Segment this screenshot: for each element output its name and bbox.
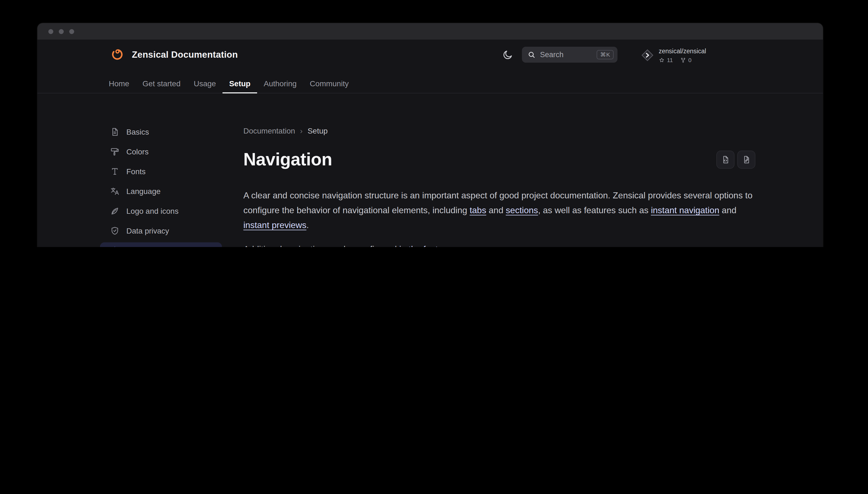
- edit-file-icon: [741, 155, 751, 164]
- star-icon: [659, 57, 665, 63]
- breadcrumb-item-setup[interactable]: Setup: [308, 125, 328, 136]
- translate-icon: [110, 186, 120, 196]
- sidebar-item-basics[interactable]: Basics: [100, 124, 222, 140]
- desktop-background: Zensical Documentation Search ⌘K zensica…: [0, 0, 868, 247]
- fork-icon: [680, 57, 686, 63]
- main-content: Documentation›Setup Navigation A clear a…: [243, 125, 755, 247]
- signpost-icon: [110, 246, 120, 247]
- inline-link-tabs[interactable]: tabs: [470, 206, 486, 215]
- sidebar: BasicsColorsFontsLanguageLogo and iconsD…: [100, 124, 222, 247]
- repo-name: zensical/zensical: [659, 47, 706, 56]
- sidebar-item-label: Fonts: [127, 167, 146, 176]
- text-segment: and: [719, 206, 736, 215]
- sidebar-item-language[interactable]: Language: [100, 183, 222, 200]
- window-control-minimize[interactable]: [59, 29, 64, 34]
- browser-window: Zensical Documentation Search ⌘K zensica…: [37, 23, 823, 247]
- repo-logo-icon: [640, 49, 654, 62]
- paint-roller-icon: [110, 147, 120, 157]
- sidebar-item-label: Basics: [127, 128, 149, 136]
- inline-link-instant-previews[interactable]: instant previews: [243, 220, 306, 230]
- document-icon: [110, 127, 120, 137]
- text-segment: .: [445, 245, 448, 247]
- window-titlebar[interactable]: [37, 23, 823, 40]
- search-icon: [527, 51, 536, 59]
- breadcrumb-separator: ›: [300, 125, 303, 136]
- sidebar-item-logo-and-icons[interactable]: Logo and icons: [100, 203, 222, 219]
- sidebar-item-label: Colors: [127, 147, 149, 156]
- sidebar-items: BasicsColorsFontsLanguageLogo and iconsD…: [100, 124, 222, 247]
- page-actions: [716, 151, 755, 169]
- sidebar-item-fonts[interactable]: Fonts: [100, 163, 222, 180]
- sidebar-item-label: Logo and icons: [127, 207, 178, 215]
- text-segment: and: [486, 206, 506, 215]
- sidebar-item-colors[interactable]: Colors: [100, 144, 222, 160]
- sidebar-item-data-privacy[interactable]: Data privacy: [100, 223, 222, 239]
- sidebar-item-label: Language: [127, 187, 161, 196]
- zensical-logo-icon: [109, 47, 123, 61]
- tab-home[interactable]: Home: [102, 75, 136, 93]
- text-segment: Additional navigation can be configured: [243, 245, 399, 247]
- repo-star-count: 11: [667, 57, 673, 63]
- sidebar-item-label: Data privacy: [127, 226, 169, 235]
- repo-link[interactable]: zensical/zensical 11 0: [640, 47, 706, 63]
- breadcrumb-item-documentation[interactable]: Documentation: [243, 125, 295, 136]
- search-placeholder: Search: [540, 51, 597, 59]
- pen-icon: [110, 206, 120, 216]
- tab-setup[interactable]: Setup: [223, 75, 257, 93]
- text-segment: .: [306, 220, 309, 230]
- moon-icon: [502, 50, 513, 60]
- page-title: Navigation: [243, 148, 755, 170]
- tab-usage[interactable]: Usage: [187, 75, 223, 93]
- sidebar-item-label: Navigation: [127, 246, 166, 247]
- intro-paragraph: A clear and concise navigation structure…: [243, 188, 755, 232]
- search-input[interactable]: Search ⌘K: [522, 47, 617, 63]
- inline-link-in-the-footer[interactable]: in the footer: [399, 245, 445, 247]
- window-control-close[interactable]: [49, 29, 53, 34]
- primary-nav: HomeGet startedUsageSetupAuthoringCommun…: [102, 75, 355, 93]
- repo-fork-count: 0: [688, 57, 692, 63]
- search-shortcut-badge: ⌘K: [597, 50, 614, 59]
- tab-authoring[interactable]: Authoring: [257, 75, 303, 93]
- tab-community[interactable]: Community: [303, 75, 355, 93]
- source-file-icon: [721, 155, 730, 164]
- theme-toggle-button[interactable]: [500, 47, 515, 63]
- text-segment: , as well as features such as: [538, 206, 651, 215]
- inline-link-instant-navigation[interactable]: instant navigation: [651, 206, 719, 215]
- tab-get-started[interactable]: Get started: [136, 75, 187, 93]
- app-title: Zensical Documentation: [132, 47, 238, 61]
- window-control-maximize[interactable]: [69, 29, 74, 34]
- fonts-icon: [110, 167, 120, 176]
- shield-icon: [110, 226, 120, 236]
- view-source-button[interactable]: [716, 151, 734, 169]
- repo-stats: 11 0: [659, 57, 706, 63]
- sidebar-item-navigation[interactable]: Navigation: [100, 242, 222, 247]
- breadcrumb: Documentation›Setup: [243, 125, 755, 136]
- edit-page-button[interactable]: [737, 151, 755, 169]
- additional-paragraph: Additional navigation can be configured …: [243, 242, 755, 247]
- inline-link-sections[interactable]: sections: [506, 206, 538, 215]
